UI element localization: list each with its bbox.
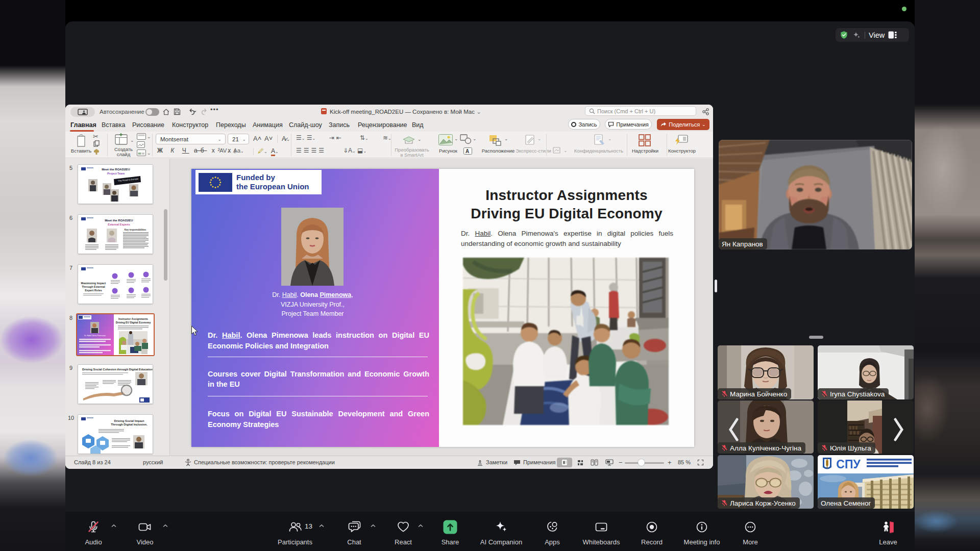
- svg-text:Driving Social Impact: Driving Social Impact: [114, 419, 144, 422]
- svg-text:Key responsibilities: Key responsibilities: [125, 229, 146, 231]
- svg-text:СПУ: СПУ: [836, 458, 861, 471]
- svg-text:Dr. Habil Olena Pimenowa: Dr. Habil Olena Pimenowa: [84, 335, 106, 337]
- svg-text:Project Team: Project Team: [107, 172, 125, 175]
- svg-text:Meet the ROAD2EU: Meet the ROAD2EU: [102, 168, 130, 171]
- svg-text:Driving Social Cohesion throug: Driving Social Cohesion through Digital …: [82, 368, 153, 371]
- svg-text:External Experts: External Experts: [108, 223, 130, 226]
- svg-text:Driving EU Digital Economy: Driving EU Digital Economy: [116, 321, 151, 324]
- svg-text:Meet the ROAD2EU: Meet the ROAD2EU: [105, 219, 133, 222]
- svg-text:Through External: Through External: [82, 285, 105, 288]
- svg-text:Instructor Assignments: Instructor Assignments: [118, 317, 148, 320]
- svg-text:Maximizing Impact: Maximizing Impact: [81, 282, 106, 285]
- svg-text:Expert Roles: Expert Roles: [85, 289, 102, 292]
- svg-text:Through Digital Inclusion.: Through Digital Inclusion.: [111, 423, 148, 426]
- svg-text:A: A: [465, 148, 469, 154]
